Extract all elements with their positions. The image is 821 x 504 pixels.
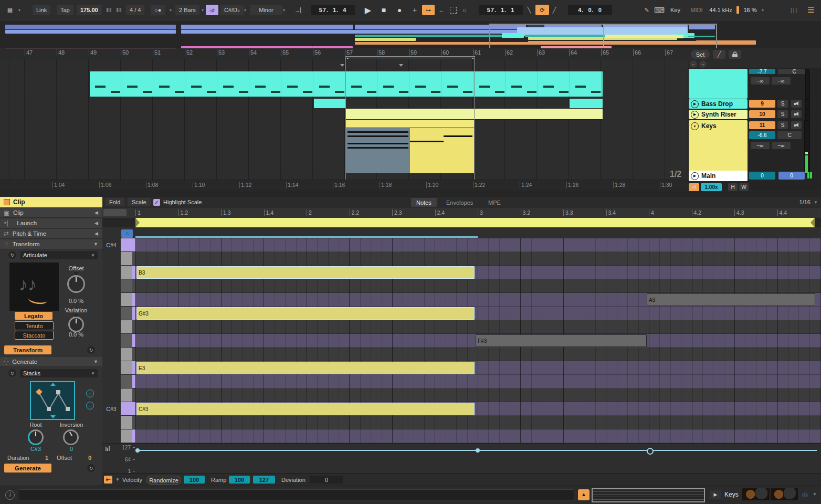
- keys-pan-field[interactable]: C: [777, 131, 802, 139]
- follow-icon[interactable]: →⎸: [294, 5, 307, 15]
- locator-marker[interactable]: [340, 64, 344, 67]
- loop-length-field[interactable]: 4. 0. 0: [568, 5, 612, 15]
- keys-name[interactable]: ▼ Keys: [689, 120, 748, 173]
- nudge-down-icon[interactable]: ‖‖: [105, 5, 113, 15]
- io-meters-icon[interactable]: |||: [790, 5, 799, 15]
- velocity-marker[interactable]: [476, 448, 480, 453]
- computer-midi-keyboard-icon[interactable]: ⌨: [654, 5, 665, 15]
- stacks-node[interactable]: [47, 407, 51, 411]
- lane-caret-icon[interactable]: ▼: [114, 476, 121, 484]
- arrangement-lanes[interactable]: [0, 59, 688, 180]
- playback-speed-field[interactable]: 1.00x: [701, 183, 722, 191]
- midi-map-button[interactable]: MIDI: [689, 5, 704, 15]
- section-clip[interactable]: ▣Clip◀: [0, 208, 102, 218]
- midi-note-B3[interactable]: B3: [136, 266, 475, 279]
- variation-value[interactable]: 0.0 %: [58, 331, 94, 338]
- midi-editor-ruler[interactable]: 11.21.31.422.22.32.433.23.33.444.24.34.4: [102, 208, 821, 218]
- inversion-knob[interactable]: [63, 429, 79, 445]
- fold-button[interactable]: Fold: [105, 198, 124, 206]
- lock-envelopes-icon[interactable]: [729, 50, 741, 59]
- next-marker-button[interactable]: →: [699, 60, 707, 68]
- section-generate[interactable]: ⁛Generate▼: [0, 357, 102, 367]
- randomize-button[interactable]: Randomize: [146, 476, 181, 485]
- insert-marker[interactable]: [399, 64, 403, 67]
- time-ruler[interactable]: 1:041:061:081:101:121:141:161:181:201:22…: [0, 180, 688, 191]
- track-play-icon[interactable]: ▶: [691, 100, 699, 108]
- root-knob[interactable]: [28, 429, 44, 445]
- piano-key-D3[interactable]: [121, 388, 132, 402]
- punch-out-icon[interactable]: ╱: [550, 5, 559, 15]
- randomize-amount-field[interactable]: 100: [184, 476, 205, 484]
- tap-button[interactable]: Tap: [57, 5, 73, 15]
- keys-send-a[interactable]: −∞: [751, 142, 770, 149]
- key-root-menu[interactable]: C#/D♭: [220, 5, 244, 15]
- track-play-icon[interactable]: ▶: [691, 172, 699, 180]
- bass-clip-b[interactable]: [570, 99, 603, 108]
- root-value[interactable]: C#3: [20, 446, 51, 452]
- keys-volume-field[interactable]: -6.6: [749, 131, 775, 139]
- prev-marker-button[interactable]: ←: [690, 60, 697, 68]
- transform-refresh-icon[interactable]: ↻: [8, 251, 16, 259]
- partial-track-name[interactable]: [689, 69, 748, 99]
- bass-solo-button[interactable]: S: [777, 100, 788, 108]
- ramp-to-field[interactable]: 127: [253, 476, 275, 484]
- audition-icon[interactable]: [689, 183, 699, 191]
- stacks-up-icon[interactable]: [50, 383, 56, 386]
- generate-mode-select[interactable]: Stacks▼: [20, 369, 98, 377]
- record-button[interactable]: ●: [393, 5, 406, 15]
- play-button[interactable]: ▶: [361, 5, 375, 15]
- piano-key-C#3[interactable]: [121, 402, 132, 416]
- inversion-value[interactable]: 0: [52, 446, 90, 452]
- partial-send-b[interactable]: −∞: [772, 77, 791, 85]
- riser-activator-button[interactable]: [791, 110, 802, 118]
- link-button[interactable]: Link: [33, 5, 50, 15]
- preferences-grid-icon[interactable]: ▦: [4, 5, 16, 15]
- variation-knob[interactable]: [68, 317, 84, 332]
- arrangement-position-field[interactable]: 57. 1. 4: [311, 5, 355, 15]
- piano-key-A3[interactable]: [121, 293, 132, 307]
- piano-key-G#3[interactable]: [121, 307, 132, 320]
- deviation-field[interactable]: 0: [310, 476, 343, 484]
- main-volume-field[interactable]: 0: [749, 172, 775, 180]
- transform-mode-select[interactable]: Articulate▼: [20, 251, 98, 259]
- keys-track-number[interactable]: 11: [749, 121, 775, 129]
- metronome-button[interactable]: ○●: [151, 5, 165, 15]
- punch-region-icon[interactable]: [448, 5, 458, 15]
- metronome-caret-icon[interactable]: ▾: [168, 5, 173, 15]
- midi-note-G#3[interactable]: G#3: [136, 307, 475, 320]
- piano-key-B2[interactable]: [121, 429, 132, 443]
- velocity-lane[interactable]: 127641: [102, 443, 821, 474]
- riser-track-number[interactable]: 10: [749, 110, 775, 118]
- piano-key-D#3[interactable]: [121, 375, 132, 388]
- piano-key-F3[interactable]: [121, 348, 132, 361]
- back-to-arrangement-icon[interactable]: ←: [437, 5, 446, 15]
- drums-clip[interactable]: [90, 71, 603, 97]
- device-thumbnail-2[interactable]: [771, 488, 798, 500]
- nudge-up-icon[interactable]: ‖‖: [115, 5, 123, 15]
- generate-refresh-icon[interactable]: ↻: [8, 369, 16, 377]
- track-unfold-icon[interactable]: ▼: [691, 122, 699, 130]
- partial-volume-field[interactable]: -7.7: [749, 69, 775, 74]
- capture-midi-icon[interactable]: ○: [460, 5, 469, 15]
- stacks-node[interactable]: [56, 390, 60, 394]
- velocity-marker[interactable]: [647, 448, 654, 455]
- piano-key-C3[interactable]: [121, 416, 132, 429]
- device-thumbnail-1[interactable]: [742, 488, 770, 500]
- piano-roll-row-D#3[interactable]: [135, 375, 821, 388]
- piano-roll-row-C#4[interactable]: [135, 238, 821, 252]
- grid-size-value[interactable]: 1/16: [799, 199, 811, 205]
- punch-in-icon[interactable]: ╲: [525, 5, 533, 15]
- clip-overview-minimap[interactable]: [592, 488, 705, 502]
- keys-activator-button[interactable]: [791, 121, 802, 129]
- preview-play-button[interactable]: ▶: [710, 490, 721, 499]
- set-locator-button[interactable]: Set: [691, 50, 710, 59]
- piano-roll-row-C3[interactable]: [135, 416, 821, 429]
- piano-key-C4[interactable]: [121, 252, 132, 266]
- ramp-from-field[interactable]: 100: [229, 476, 250, 484]
- transform-apply-button[interactable]: Transform: [4, 345, 51, 354]
- midi-note-E3[interactable]: E3: [136, 362, 475, 374]
- tab-mpe[interactable]: MPE: [483, 198, 506, 207]
- key-signature-icon[interactable]: ♭♯: [206, 5, 218, 15]
- highlight-scale-checkbox[interactable]: ✓: [153, 199, 160, 206]
- midi-note-A3[interactable]: A3: [647, 293, 815, 306]
